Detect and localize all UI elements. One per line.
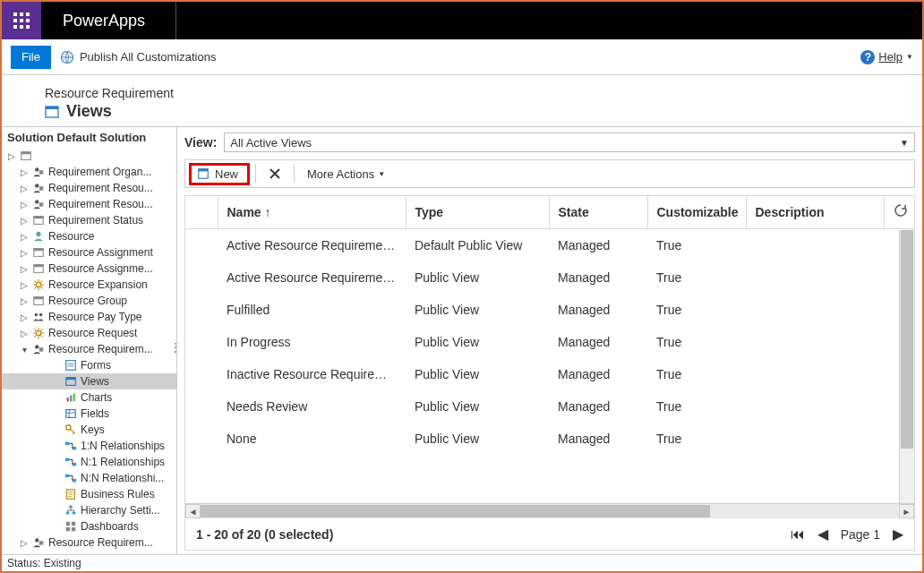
expand-icon[interactable]: ▷ xyxy=(20,200,29,210)
tree-node[interactable]: N:1 Relationships xyxy=(2,454,176,470)
resize-handle[interactable]: ⋮ xyxy=(170,341,177,354)
tree-node[interactable]: Views xyxy=(2,373,176,389)
column-description[interactable]: Description xyxy=(746,196,884,228)
tree-node[interactable]: N:N Relationshi... xyxy=(2,470,176,486)
tree-node[interactable]: ▷Resource Assignment xyxy=(2,244,176,261)
cell: None xyxy=(218,423,406,455)
row-selector[interactable] xyxy=(185,326,218,358)
column-state[interactable]: State xyxy=(549,196,647,228)
row-selector[interactable] xyxy=(185,228,218,261)
toolbar-separator xyxy=(294,165,295,183)
svg-rect-21 xyxy=(34,217,44,219)
expand-icon[interactable]: ▷ xyxy=(20,280,29,290)
expand-icon[interactable]: ▷ xyxy=(20,232,29,242)
horizontal-scrollbar[interactable]: ◄ ► xyxy=(185,503,914,518)
table-row[interactable]: Active Resource Requirements ...Public V… xyxy=(185,261,914,294)
scroll-thumb[interactable] xyxy=(201,505,710,517)
tree-node[interactable]: ▷Resource Pay Type xyxy=(2,309,176,325)
app-title: PowerApps xyxy=(41,2,176,39)
vertical-scrollbar[interactable] xyxy=(899,230,914,503)
column-customizable[interactable]: Customizable xyxy=(647,196,746,228)
tree-node[interactable]: ▷Resource Expansion xyxy=(2,277,176,293)
view-icon xyxy=(45,105,59,119)
row-selector[interactable] xyxy=(185,423,218,455)
tree-node-label: Requirement Organ... xyxy=(48,166,151,178)
first-page-button[interactable]: ⏮ xyxy=(791,526,805,543)
scroll-track[interactable] xyxy=(201,504,899,518)
table-row[interactable]: FulfilledPublic ViewManagedTrue xyxy=(185,294,914,326)
help-menu[interactable]: ? Help ▼ xyxy=(860,50,913,64)
file-button[interactable]: File xyxy=(11,46,51,69)
scroll-right-button[interactable]: ► xyxy=(899,504,914,518)
tree-node[interactable]: Forms xyxy=(2,357,176,373)
table-row[interactable]: Active Resource RequirementsDefault Publ… xyxy=(185,228,914,261)
publish-all-button[interactable]: Publish All Customizations xyxy=(51,39,225,75)
expand-icon[interactable]: ▷ xyxy=(20,184,29,193)
expand-icon[interactable]: ▷ xyxy=(20,248,29,258)
cell: True xyxy=(647,261,746,294)
cell: Inactive Resource Requirements xyxy=(218,358,406,390)
tree-node-label: Resource Pay Type xyxy=(48,311,142,323)
more-actions-button[interactable]: More Actions ▼ xyxy=(300,164,392,184)
tree-node[interactable]: Business Rules xyxy=(2,486,176,502)
row-selector[interactable] xyxy=(185,390,218,423)
expand-icon[interactable]: ▷ xyxy=(20,296,29,306)
delete-button[interactable] xyxy=(261,164,288,184)
tree-node[interactable]: ▷Requirement Organ... xyxy=(2,164,176,180)
next-page-button[interactable]: ▶ xyxy=(893,526,903,543)
tree-node[interactable]: Fields xyxy=(2,406,176,422)
tree-node[interactable]: Charts xyxy=(2,389,176,406)
svg-rect-57 xyxy=(66,522,70,526)
tree-node[interactable]: ▷Requirement Status xyxy=(2,212,176,228)
scroll-thumb[interactable] xyxy=(901,230,913,449)
new-button[interactable]: New xyxy=(189,163,250,185)
tree-node[interactable]: ▷Requirement Resou... xyxy=(2,196,176,212)
svg-rect-42 xyxy=(73,394,75,402)
app-launcher-button[interactable] xyxy=(2,2,41,39)
tree-node-label: Keys xyxy=(81,423,105,436)
tree-node[interactable]: ▷Resource Requirem... xyxy=(2,535,176,551)
row-selector[interactable] xyxy=(185,261,218,294)
tree-node[interactable]: 1:N Relationships xyxy=(2,438,176,454)
scroll-left-button[interactable]: ◄ xyxy=(185,504,201,518)
tree-node-label: Resource Assignme... xyxy=(48,262,153,275)
column-checkbox[interactable] xyxy=(185,196,218,228)
collapse-icon[interactable]: ▾ xyxy=(20,345,29,355)
tree-node[interactable]: Keys xyxy=(2,422,176,438)
prev-page-button[interactable]: ◀ xyxy=(817,526,828,543)
view-select[interactable]: All Active Views xyxy=(224,133,915,152)
table-row[interactable]: NonePublic ViewManagedTrue xyxy=(185,423,914,455)
expand-icon[interactable]: ▷ xyxy=(7,151,16,161)
row-selector[interactable] xyxy=(185,358,218,390)
tree-node[interactable]: ▷ xyxy=(2,148,176,164)
column-name[interactable]: Name ↑ xyxy=(218,196,406,228)
table-row[interactable]: Needs ReviewPublic ViewManagedTrue xyxy=(185,390,914,423)
expand-icon[interactable]: ▷ xyxy=(20,216,29,226)
svg-rect-13 xyxy=(21,152,31,155)
svg-rect-15 xyxy=(39,170,43,174)
column-type[interactable]: Type xyxy=(406,196,549,228)
tree-node[interactable]: ▷Requirement Resou... xyxy=(2,180,176,196)
row-selector[interactable] xyxy=(185,294,218,326)
tree-node[interactable]: ▷Resource Assignme... xyxy=(2,261,176,277)
svg-rect-11 xyxy=(46,107,58,109)
expand-icon[interactable]: ▷ xyxy=(20,538,29,548)
solution-tree[interactable]: ▷▷Requirement Organ...▷Requirement Resou… xyxy=(2,148,176,554)
tree-node[interactable]: ▾Resource Requirem... xyxy=(2,341,176,357)
expand-icon[interactable]: ▷ xyxy=(20,264,29,274)
table-row[interactable]: In ProgressPublic ViewManagedTrue xyxy=(185,326,914,358)
tree-node[interactable]: Hierarchy Setti... xyxy=(2,502,176,518)
tree-node[interactable]: Dashboards xyxy=(2,518,176,535)
tree-node[interactable]: ▷Resource xyxy=(2,228,176,244)
table-row[interactable]: Inactive Resource RequirementsPublic Vie… xyxy=(185,358,914,390)
expand-icon[interactable]: ▷ xyxy=(20,312,29,322)
views-grid[interactable]: Name ↑ Type State Customizable Descripti… xyxy=(185,196,914,503)
tree-node[interactable]: ▷Resource Group xyxy=(2,293,176,309)
waffle-icon xyxy=(13,13,30,29)
expand-icon[interactable]: ▷ xyxy=(20,167,29,177)
refresh-button[interactable] xyxy=(884,196,914,228)
expand-icon[interactable]: ▷ xyxy=(20,329,29,338)
tree-node[interactable]: ▷Resource Request xyxy=(2,325,176,341)
cell: In Progress xyxy=(218,326,406,358)
svg-rect-47 xyxy=(65,442,69,446)
